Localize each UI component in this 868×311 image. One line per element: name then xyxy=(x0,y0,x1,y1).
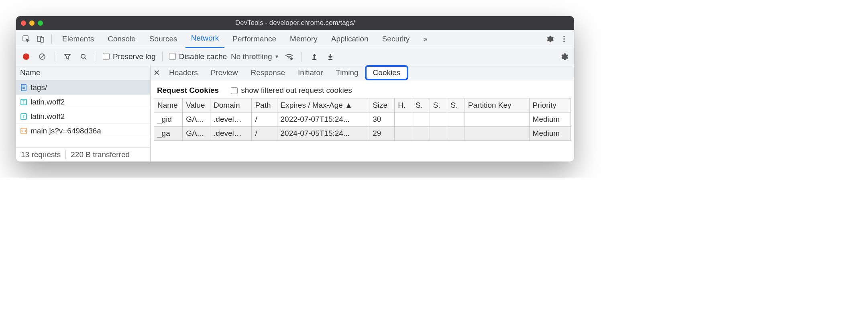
document-icon xyxy=(20,84,27,91)
tab-preview[interactable]: Preview xyxy=(204,65,245,80)
tab-memory[interactable]: Memory xyxy=(284,30,323,48)
chevron-down-icon: ▼ xyxy=(274,54,279,59)
svg-line-9 xyxy=(85,58,86,59)
network-toolbar: Preserve log Disable cache No throttling… xyxy=(16,48,574,65)
svg-point-8 xyxy=(81,54,85,58)
svg-point-4 xyxy=(563,38,565,40)
tab-headers[interactable]: Headers xyxy=(163,65,204,80)
tab-response[interactable]: Response xyxy=(244,65,291,80)
status-transferred: 220 B transferred xyxy=(66,150,134,159)
filter-icon[interactable] xyxy=(61,51,73,63)
gear-icon[interactable] xyxy=(558,51,570,63)
cell-name: _ga xyxy=(154,127,183,141)
tab-cookies[interactable]: Cookies xyxy=(365,65,409,80)
network-conditions-icon[interactable] xyxy=(283,51,295,63)
separator xyxy=(55,52,55,61)
traffic-lights xyxy=(21,20,43,26)
tab-performance[interactable]: Performance xyxy=(227,30,282,48)
table-row[interactable]: _ga GA... .devel… / 2024-07-05T15:24... … xyxy=(154,127,571,141)
cell-path: / xyxy=(252,113,277,127)
show-filtered-checkbox[interactable]: show filtered out request cookies xyxy=(231,86,352,95)
preserve-log-checkbox[interactable]: Preserve log xyxy=(103,52,156,61)
cookies-table: Name Value Domain Path Expires / Max-Age… xyxy=(154,98,571,141)
search-icon[interactable] xyxy=(77,51,90,63)
cell-s1 xyxy=(412,113,430,127)
col-size[interactable]: Size xyxy=(369,98,395,113)
close-detail-button[interactable]: ✕ xyxy=(151,68,163,78)
tab-elements[interactable]: Elements xyxy=(57,30,100,48)
tab-sources[interactable]: Sources xyxy=(144,30,183,48)
tab-console[interactable]: Console xyxy=(102,30,141,48)
upload-icon[interactable] xyxy=(308,51,320,63)
record-button[interactable] xyxy=(20,51,32,63)
tab-timing[interactable]: Timing xyxy=(329,65,365,80)
table-header-row: Name Value Domain Path Expires / Max-Age… xyxy=(154,98,571,113)
col-expires[interactable]: Expires / Max-Age ▲ xyxy=(277,98,369,113)
col-path[interactable]: Path xyxy=(252,98,277,113)
svg-point-10 xyxy=(290,57,293,60)
status-requests: 13 requests xyxy=(16,150,66,159)
script-file-icon xyxy=(20,127,27,135)
cell-value: GA... xyxy=(183,127,210,141)
tab-initiator[interactable]: Initiator xyxy=(291,65,329,80)
cell-s2 xyxy=(430,113,447,127)
cell-h xyxy=(395,127,412,141)
request-list-header[interactable]: Name xyxy=(16,65,150,80)
cell-s1 xyxy=(412,127,430,141)
preserve-log-label: Preserve log xyxy=(113,52,156,61)
request-row[interactable]: tags/ xyxy=(16,80,150,95)
svg-rect-13 xyxy=(21,84,26,91)
col-name[interactable]: Name xyxy=(154,98,183,113)
cookies-header: Request Cookies xyxy=(157,86,219,95)
request-row[interactable]: T latin.woff2 xyxy=(16,95,150,109)
titlebar: DevTools - developer.chrome.com/tags/ xyxy=(16,16,574,30)
svg-text:T: T xyxy=(22,100,25,104)
cell-pk xyxy=(465,127,529,141)
show-filtered-label: show filtered out request cookies xyxy=(241,86,352,95)
svg-rect-12 xyxy=(328,59,332,60)
clear-icon[interactable] xyxy=(36,51,48,63)
download-icon[interactable] xyxy=(324,51,336,63)
inspect-icon[interactable] xyxy=(20,33,32,45)
cell-name: _gid xyxy=(154,113,183,127)
cell-size: 29 xyxy=(369,127,395,141)
window-title: DevTools - developer.chrome.com/tags/ xyxy=(16,19,574,27)
separator xyxy=(302,52,302,61)
col-domain[interactable]: Domain xyxy=(210,98,252,113)
cell-priority: Medium xyxy=(529,113,571,127)
device-toggle-icon[interactable] xyxy=(35,33,47,45)
col-partition-key[interactable]: Partition Key xyxy=(465,98,529,113)
panel-tabbar: Elements Console Sources Network Perform… xyxy=(16,30,574,48)
close-icon[interactable] xyxy=(21,20,26,26)
tab-network[interactable]: Network xyxy=(185,30,225,48)
gear-icon[interactable] xyxy=(544,33,556,45)
col-priority[interactable]: Priority xyxy=(529,98,571,113)
tab-application[interactable]: Application xyxy=(326,30,374,48)
request-name: latin.woff2 xyxy=(31,112,65,121)
request-row[interactable]: T latin.woff2 xyxy=(16,109,150,124)
zoom-icon[interactable] xyxy=(38,20,43,26)
network-content: Name tags/ T latin.woff2 T latin.woff2 xyxy=(16,65,574,162)
tabs-more[interactable]: » xyxy=(418,30,433,48)
request-row[interactable]: main.js?v=6498d36a xyxy=(16,124,150,138)
throttling-select[interactable]: No throttling ▼ xyxy=(231,52,279,61)
checkbox-icon xyxy=(231,87,238,94)
disable-cache-checkbox[interactable]: Disable cache xyxy=(169,52,227,61)
col-secure[interactable]: S. xyxy=(412,98,430,113)
col-value[interactable]: Value xyxy=(183,98,210,113)
status-bar: 13 requests 220 B transferred xyxy=(16,147,150,162)
tab-security[interactable]: Security xyxy=(377,30,416,48)
col-sameparty[interactable]: S. xyxy=(447,98,465,113)
cell-path: / xyxy=(252,127,277,141)
request-name: latin.woff2 xyxy=(31,98,65,106)
col-samesite[interactable]: S. xyxy=(430,98,447,113)
separator xyxy=(51,34,52,44)
col-httponly[interactable]: H. xyxy=(395,98,412,113)
cell-h xyxy=(395,113,412,127)
kebab-icon[interactable] xyxy=(558,33,570,45)
minimize-icon[interactable] xyxy=(29,20,35,26)
svg-rect-2 xyxy=(41,37,44,42)
table-row[interactable]: _gid GA... .devel… / 2022-07-07T15:24...… xyxy=(154,113,571,127)
disable-cache-label: Disable cache xyxy=(179,52,227,61)
svg-point-5 xyxy=(563,41,565,42)
